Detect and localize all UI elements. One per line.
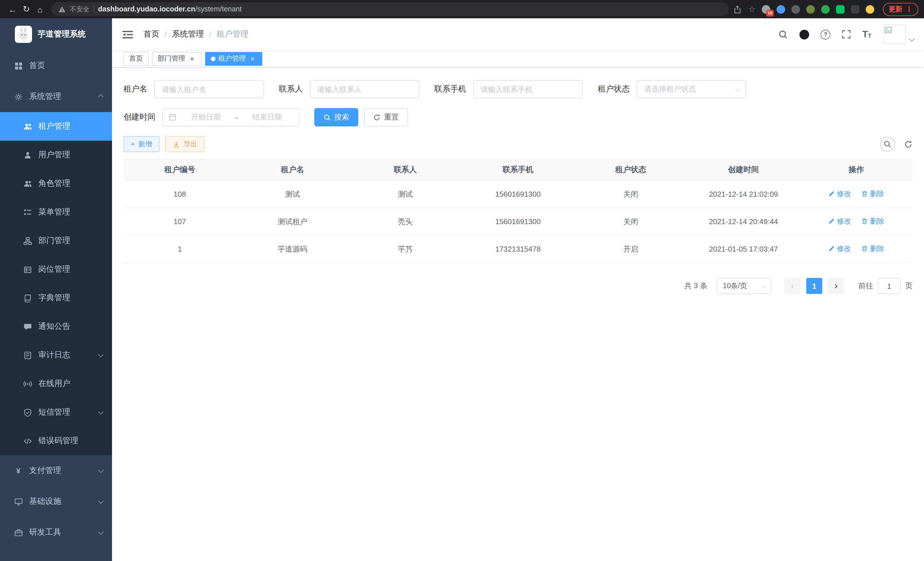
extension-icon[interactable] [777, 5, 785, 14]
app-logo[interactable]: 芋道管理系统 [0, 18, 112, 50]
cell-created: 2021-12-14 20:49:44 [687, 208, 800, 235]
sidebar-item-post[interactable]: 岗位管理 [0, 255, 112, 284]
browser-home-icon[interactable]: ⌂ [33, 2, 47, 16]
delete-link[interactable]: 删除 [861, 244, 884, 254]
sidebar-item-payment[interactable]: ¥ 支付管理 [0, 455, 112, 486]
github-icon[interactable] [800, 29, 809, 39]
sidebar-item-label: 首页 [29, 61, 45, 71]
fullscreen-icon[interactable] [842, 30, 851, 39]
warning-icon [58, 5, 66, 13]
page-number-button[interactable]: 1 [806, 278, 822, 294]
toolbar-row: + 新增 导出 [123, 136, 913, 152]
tenant-name-input[interactable] [154, 80, 264, 98]
sidebar-item-sms[interactable]: 短信管理 [0, 398, 112, 427]
delete-link[interactable]: 删除 [861, 189, 884, 199]
sidebar-item-label: 用户管理 [38, 150, 70, 160]
sidebar-item-role[interactable]: 角色管理 [0, 169, 112, 198]
cell-status: 关闭 [574, 180, 687, 208]
yen-icon: ¥ [14, 466, 23, 475]
edit-link[interactable]: 修改 [828, 189, 851, 199]
sidebar-item-label: 短信管理 [38, 407, 70, 417]
goto-page-input[interactable] [878, 278, 901, 294]
omnibox-divider [93, 5, 94, 13]
sidebar-item-audit-log[interactable]: 审计日志 [0, 341, 112, 369]
close-icon[interactable]: × [249, 55, 256, 63]
plus-icon: + [131, 140, 135, 148]
filter-label: 创建时间 [123, 112, 155, 122]
tab-home[interactable]: 首页 [123, 52, 148, 65]
sidebar-item-menu[interactable]: 菜单管理 [0, 198, 112, 226]
chevron-down-icon [98, 498, 104, 504]
toggle-search-button[interactable] [880, 137, 895, 152]
tab-tenant[interactable]: 租户管理 × [205, 52, 262, 65]
sidebar-item-online-users[interactable]: 在线用户 [0, 369, 112, 398]
avatar[interactable] [883, 25, 906, 44]
close-icon[interactable]: × [188, 55, 196, 63]
breadcrumb-separator: / [165, 30, 167, 39]
edit-link[interactable]: 修改 [828, 244, 851, 254]
refresh-table-button[interactable] [904, 140, 913, 148]
search-icon[interactable] [778, 29, 788, 39]
chevron-down-icon [98, 351, 104, 357]
table-row: 1 芋道源码 芋艿 17321315478 开启 2021-01-05 17:0… [123, 235, 913, 263]
sidebar-item-notice[interactable]: 通知公告 [0, 312, 112, 341]
sidebar-item-infra[interactable]: 基础设施 [0, 486, 112, 517]
status-select[interactable]: 请选择租户状态 [637, 80, 746, 98]
sidebar-item-label: 部门管理 [38, 236, 70, 246]
browser-refresh-icon[interactable]: ↻ [20, 2, 33, 16]
hamburger-icon[interactable] [122, 30, 133, 39]
breadcrumb-system[interactable]: 系统管理 [172, 29, 204, 39]
sidebar-item-dept[interactable]: 部门管理 [0, 226, 112, 255]
browser-back-icon[interactable]: ← [6, 2, 20, 16]
extension-icon[interactable] [866, 5, 874, 14]
sidebar-item-dict[interactable]: 字典管理 [0, 284, 112, 312]
sidebar-item-error-code[interactable]: 错误码管理 [0, 427, 112, 455]
tab-dept[interactable]: 部门管理 × [152, 52, 202, 65]
extension-icon[interactable] [851, 5, 860, 14]
sidebar-item-label: 错误码管理 [38, 436, 78, 446]
sidebar-item-label: 研发工具 [29, 527, 61, 538]
breadcrumb-home[interactable]: 首页 [143, 29, 159, 39]
cell-tenant-id: 1 [123, 235, 236, 263]
page-content: 租户名 联系人 联系手机 租户状态 请选择租户状态 [112, 68, 924, 561]
edit-link[interactable]: 修改 [828, 217, 851, 226]
delete-link[interactable]: 删除 [861, 217, 884, 226]
column-header: 租户名 [236, 159, 349, 180]
filter-row-2: 创建时间 开始日期 - 结束日期 搜索 重置 [123, 108, 913, 126]
tree-list-icon [23, 208, 32, 217]
tenant-table: 租户编号 租户名 联系人 联系手机 租户状态 创建时间 操作 108 测试 [123, 159, 913, 263]
reset-button[interactable]: 重置 [364, 108, 408, 126]
extension-icon[interactable] [821, 5, 830, 14]
sidebar-item-dev-tools[interactable]: 研发工具 [0, 517, 112, 548]
font-size-icon[interactable]: TT [862, 30, 872, 39]
sidebar-item-system[interactable]: 系统管理 [0, 81, 112, 112]
user-menu[interactable] [883, 25, 914, 44]
prev-page-button[interactable]: ‹ [784, 278, 801, 294]
sidebar-item-user[interactable]: 用户管理 [0, 141, 112, 169]
sidebar-item-home[interactable]: 首页 [0, 50, 112, 81]
page-size-select[interactable]: 10条/页 [717, 278, 771, 294]
extension-icon[interactable] [836, 5, 844, 14]
update-label: 更新 [889, 4, 902, 14]
export-button[interactable]: 导出 [165, 136, 205, 152]
bookmark-star-icon[interactable]: ☆ [748, 5, 755, 14]
contact-input[interactable] [310, 80, 419, 98]
phone-input[interactable] [473, 80, 583, 98]
next-page-button[interactable]: › [828, 278, 844, 294]
security-label: 不安全 [70, 5, 89, 14]
goto-label: 前往 [858, 281, 873, 291]
add-button[interactable]: + 新增 [123, 136, 159, 152]
extension-icon[interactable]: 10 [762, 5, 770, 14]
extension-icon[interactable] [791, 5, 800, 14]
browser-update-button[interactable]: 更新⋮ [883, 3, 918, 16]
code-icon [23, 436, 32, 445]
tags-view: 首页 部门管理 × 租户管理 × [112, 50, 924, 68]
help-icon[interactable]: ? [820, 29, 830, 39]
address-bar[interactable]: 不安全 dashboard.yudao.iocoder.cn/system/te… [51, 2, 729, 16]
date-range-picker[interactable]: 开始日期 - 结束日期 [162, 108, 299, 126]
share-icon[interactable] [734, 5, 742, 14]
search-button[interactable]: 搜索 [314, 108, 358, 126]
sidebar-item-tenant[interactable]: 租户管理 [0, 112, 112, 141]
browser-menu-icon[interactable]: ⋮ [906, 5, 913, 13]
extension-icon[interactable] [806, 5, 815, 14]
